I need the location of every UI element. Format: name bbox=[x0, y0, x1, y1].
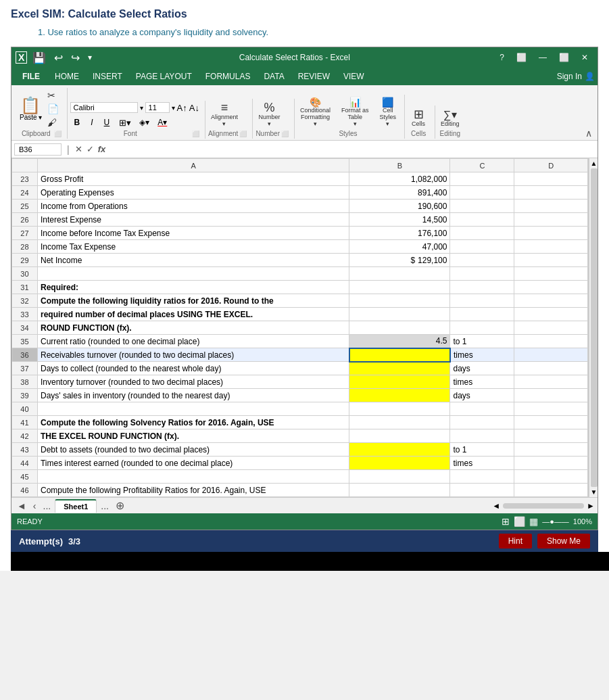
menu-review[interactable]: REVIEW bbox=[291, 69, 337, 84]
cell-d[interactable] bbox=[514, 348, 588, 362]
cell-a[interactable]: Receivables turnover (rounded to two dec… bbox=[37, 348, 349, 362]
cell-b[interactable] bbox=[349, 484, 450, 497]
alignment-btn[interactable]: ≡ Alignment ▾ bbox=[208, 100, 241, 129]
cell-a[interactable] bbox=[37, 402, 349, 416]
cell-c[interactable]: to 1 bbox=[450, 443, 514, 457]
cut-btn[interactable]: ✂ bbox=[45, 89, 62, 101]
cell-c[interactable] bbox=[450, 294, 514, 308]
cancel-formula-btn[interactable]: ✕ bbox=[75, 144, 82, 154]
cell-a[interactable]: Times interest earned (rounded to one de… bbox=[37, 457, 349, 470]
menu-insert[interactable]: INSERT bbox=[86, 69, 129, 84]
cell-a[interactable]: Compute the following Profitability Rati… bbox=[37, 484, 349, 497]
add-sheet-btn[interactable]: ⊕ bbox=[113, 499, 127, 512]
cell-c[interactable]: days bbox=[450, 362, 514, 375]
cell-d[interactable] bbox=[514, 402, 588, 416]
increase-font-btn[interactable]: A↑ bbox=[177, 103, 187, 113]
cell-c[interactable] bbox=[450, 470, 514, 484]
hint-button[interactable]: Hint bbox=[499, 534, 532, 549]
hscroll-right-btn[interactable]: ► bbox=[587, 501, 595, 511]
close-btn[interactable]: ✕ bbox=[576, 51, 593, 64]
cell-b[interactable] bbox=[349, 362, 450, 375]
cell-a[interactable]: ROUND FUNCTION (fx). bbox=[37, 321, 349, 335]
cell-a[interactable]: Income before Income Tax Expense bbox=[37, 227, 349, 240]
ribbon-collapse-btn[interactable]: ∧ bbox=[585, 128, 592, 139]
font-name-input[interactable] bbox=[70, 102, 138, 113]
menu-home[interactable]: HOME bbox=[48, 69, 86, 84]
cell-d[interactable] bbox=[514, 389, 588, 402]
font-size-input[interactable] bbox=[145, 102, 170, 113]
cell-c[interactable] bbox=[450, 172, 514, 186]
cell-c[interactable]: to 1 bbox=[450, 335, 514, 348]
fill-color-btn[interactable]: ◈▾ bbox=[137, 117, 152, 128]
cell-a[interactable]: required number of decimal places USING … bbox=[37, 308, 349, 321]
sheet-tab-sheet1[interactable]: Sheet1 bbox=[55, 499, 97, 513]
cell-d[interactable] bbox=[514, 294, 588, 308]
confirm-formula-btn[interactable]: ✓ bbox=[87, 144, 94, 154]
sheet-nav-first[interactable]: ◄ bbox=[14, 500, 29, 511]
underline-btn[interactable]: U bbox=[100, 116, 114, 129]
font-name-dropdown[interactable]: ▾ bbox=[140, 104, 143, 112]
menu-data[interactable]: DATA bbox=[257, 69, 291, 84]
scroll-down-btn[interactable]: ▼ bbox=[591, 488, 598, 496]
format-table-btn[interactable]: 📊 Format asTable ▾ bbox=[339, 96, 372, 129]
cell-a[interactable]: Required: bbox=[37, 281, 349, 294]
cell-b[interactable] bbox=[349, 375, 450, 389]
cell-d[interactable] bbox=[514, 308, 588, 321]
cell-b[interactable] bbox=[349, 267, 450, 281]
sign-in[interactable]: Sign In 👤 bbox=[557, 72, 595, 81]
redo-icon[interactable]: ↪ bbox=[68, 50, 82, 66]
cell-a[interactable]: Current ratio (rounded to one decimal pl… bbox=[37, 335, 349, 348]
cell-a[interactable]: Income Tax Expense bbox=[37, 240, 349, 254]
cell-b[interactable] bbox=[349, 457, 450, 470]
cell-c[interactable]: times bbox=[450, 457, 514, 470]
cell-c[interactable] bbox=[450, 416, 514, 429]
cell-a[interactable]: Inventory turnover (rounded to two decim… bbox=[37, 375, 349, 389]
number-btn[interactable]: % Number ▾ bbox=[255, 100, 283, 129]
cell-c[interactable] bbox=[450, 240, 514, 254]
cell-a[interactable]: Gross Profit bbox=[37, 172, 349, 186]
cell-d[interactable] bbox=[514, 470, 588, 484]
scroll-right[interactable]: ▲ ▼ bbox=[588, 158, 598, 497]
alignment-expand-icon[interactable]: ⬜ bbox=[239, 131, 247, 137]
cell-b[interactable] bbox=[349, 348, 450, 362]
sheet-ellipsis[interactable]: ... bbox=[98, 500, 112, 511]
cell-b[interactable]: 190,600 bbox=[349, 200, 450, 213]
minimize-btn[interactable]: — bbox=[533, 51, 552, 64]
paste-btn[interactable]: 📋 Paste ▾ bbox=[20, 97, 42, 121]
cell-d[interactable] bbox=[514, 254, 588, 267]
cell-d[interactable] bbox=[514, 416, 588, 429]
cell-c[interactable]: times bbox=[450, 375, 514, 389]
cell-d[interactable] bbox=[514, 335, 588, 348]
cell-d[interactable] bbox=[514, 443, 588, 457]
show-me-button[interactable]: Show Me bbox=[537, 534, 590, 549]
font-size-dropdown[interactable]: ▾ bbox=[172, 104, 175, 112]
cell-a[interactable]: Income from Operations bbox=[37, 200, 349, 213]
cell-b[interactable] bbox=[349, 281, 450, 294]
cell-d[interactable] bbox=[514, 457, 588, 470]
cell-b[interactable]: 14,500 bbox=[349, 213, 450, 227]
cell-d[interactable] bbox=[514, 267, 588, 281]
help-btn[interactable]: ? bbox=[494, 51, 510, 64]
cell-a[interactable]: Operating Expenses bbox=[37, 186, 349, 200]
cell-d[interactable] bbox=[514, 429, 588, 443]
menu-formulas[interactable]: FORMULAS bbox=[199, 69, 258, 84]
page-layout-btn[interactable]: ⬜ bbox=[514, 516, 525, 527]
cell-c[interactable] bbox=[450, 281, 514, 294]
cell-d[interactable] bbox=[514, 281, 588, 294]
cell-a[interactable] bbox=[37, 267, 349, 281]
maximize-btn[interactable]: ⬜ bbox=[554, 51, 575, 64]
name-box[interactable] bbox=[14, 143, 62, 156]
cell-b[interactable] bbox=[349, 402, 450, 416]
cell-d[interactable] bbox=[514, 240, 588, 254]
cell-b[interactable]: 1,082,000 bbox=[349, 172, 450, 186]
cells-btn[interactable]: ⊞ Cells bbox=[408, 107, 429, 129]
insert-function-btn[interactable]: fx bbox=[98, 144, 106, 154]
page-break-btn[interactable]: ▦ bbox=[529, 516, 538, 527]
cell-c[interactable] bbox=[450, 227, 514, 240]
sheet-nav-left[interactable]: ‹ bbox=[30, 500, 39, 511]
col-header-b[interactable]: B bbox=[349, 159, 450, 172]
cell-a[interactable]: Compute the following Solvency Ratios fo… bbox=[37, 416, 349, 429]
cell-b[interactable] bbox=[349, 308, 450, 321]
editing-btn[interactable]: ∑▾ Editing bbox=[438, 108, 462, 129]
cell-c[interactable] bbox=[450, 254, 514, 267]
